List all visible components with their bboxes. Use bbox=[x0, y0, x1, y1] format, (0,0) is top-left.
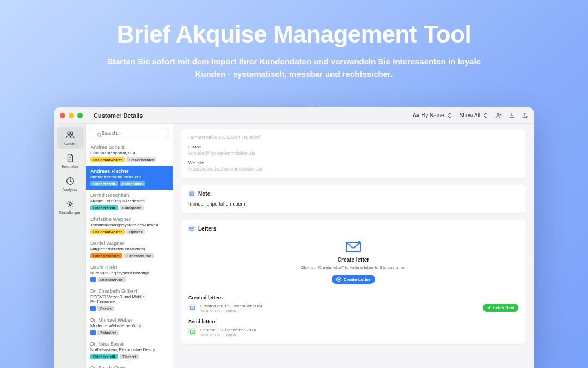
customer-name: Bernd Hoschken bbox=[90, 192, 169, 198]
letter-mail-sent-icon bbox=[188, 328, 196, 335]
customer-sub: Mobile Leistung & Redesign bbox=[90, 198, 169, 203]
created-letter-row[interactable]: Created on: 13. December 2024 <!DOCTYPE … bbox=[188, 304, 518, 313]
chevron-updown-icon bbox=[446, 112, 453, 119]
zoom-dot[interactable] bbox=[77, 113, 83, 118]
customer-item[interactable]: Dr. Elisabeth GilbertDSGVO Verstoß und M… bbox=[86, 286, 173, 315]
tag: Fitnessstudio bbox=[124, 253, 155, 258]
sidebar-item-analytics[interactable]: Analytics bbox=[57, 173, 84, 195]
customer-name: Andreas Fischer bbox=[90, 168, 169, 174]
sort-aa-icon: Aa bbox=[413, 112, 420, 118]
customer-list[interactable]: Andrea SchulzDokumentenportal, SSLHat ge… bbox=[86, 142, 173, 368]
import-icon[interactable] bbox=[509, 112, 515, 119]
letters-title: Letters bbox=[198, 226, 216, 232]
filter-button[interactable]: Show All bbox=[460, 112, 489, 119]
sidebar: KundenTemplatesAnalyticsEinstellungen bbox=[54, 124, 86, 368]
letter-mail-icon bbox=[188, 304, 196, 311]
tag: Zahnarzt bbox=[97, 330, 119, 335]
sidebar-item-templates[interactable]: Templates bbox=[57, 150, 84, 172]
tag: Tierarzt bbox=[120, 354, 139, 359]
customer-name: Dr. Nina Bauer bbox=[90, 341, 169, 347]
svg-point-4 bbox=[69, 203, 71, 206]
sidebar-item-label: Analytics bbox=[62, 188, 77, 191]
customer-name: Daniel Wagner bbox=[90, 240, 169, 246]
customer-sub: Notfallsystem, Responsive Design bbox=[90, 347, 169, 352]
website-value[interactable]: https://www.fischer-immobilien.de/ bbox=[188, 166, 518, 172]
letters-empty-text: Click on "Create letter" to write a lett… bbox=[188, 265, 518, 270]
svg-point-2 bbox=[70, 132, 73, 135]
customer-sub: Terminbuchungssystem gewünscht bbox=[90, 222, 169, 227]
email-value: kontakt@fischer-immobilien.de bbox=[188, 150, 518, 156]
customer-item[interactable]: Dr. Sarah KleinE-Rezept Integration, New… bbox=[86, 363, 173, 368]
chevron-updown-icon bbox=[482, 112, 489, 119]
tag: Steuerberater bbox=[126, 157, 157, 162]
tag: Fotografie bbox=[120, 205, 144, 210]
mail-large-icon bbox=[345, 240, 362, 254]
sidebar-item-label: Templates bbox=[62, 165, 79, 168]
customer-sub: Dokumentenportal, SSL bbox=[90, 150, 169, 155]
note-card: Note Immobilienportal erneuern bbox=[181, 185, 526, 213]
svg-point-0 bbox=[497, 113, 499, 115]
svg-point-1 bbox=[68, 132, 70, 135]
customer-sub: Mitgliederbereich entwickeln bbox=[90, 246, 169, 251]
send-icon bbox=[487, 306, 491, 310]
customer-item[interactable]: Christine WagnerTerminbuchungssystem gew… bbox=[86, 214, 173, 238]
address-value: Römerstraße 23, 53844 Troisdorf bbox=[188, 135, 518, 140]
customer-name: Dr. Sarah Klein bbox=[90, 365, 169, 368]
customer-item[interactable]: Bernd HoschkenMobile Leistung & Redesign… bbox=[86, 190, 173, 214]
tag bbox=[90, 330, 96, 335]
sidebar-item-label: Kunden bbox=[63, 142, 76, 146]
window-title: Customer Details bbox=[94, 112, 143, 119]
titlebar: Customer Details Aa By Name Show All bbox=[54, 107, 534, 124]
add-user-icon[interactable] bbox=[495, 112, 502, 119]
tag: Praxis bbox=[97, 306, 114, 311]
sort-button[interactable]: Aa By Name bbox=[413, 112, 453, 119]
customer-item[interactable]: Dr. Michael WeberModerne Website benötig… bbox=[86, 315, 173, 339]
send-letter-line1: Send at: 13. December 2024 bbox=[200, 328, 256, 333]
customer-name: Dr. Elisabeth Gilbert bbox=[90, 288, 169, 294]
letters-icon bbox=[188, 225, 195, 232]
tag: Brief erstellt bbox=[90, 354, 118, 359]
contact-card: Römerstraße 23, 53844 Troisdorf E-Mail k… bbox=[181, 129, 526, 178]
note-text: Immobilienportal erneuern bbox=[188, 201, 518, 207]
send-letter-line2: <!DOCTYPE html>... bbox=[200, 333, 256, 337]
customer-sub: Kursbuchungssystem benötigt bbox=[90, 270, 169, 275]
created-letter-line2: <!DOCTYPE html>... bbox=[200, 309, 262, 313]
customer-sub: DSGVO Verstoß und Mobile Performance bbox=[90, 294, 169, 304]
svg-point-9 bbox=[358, 241, 361, 244]
tag bbox=[90, 277, 96, 282]
customer-item[interactable]: Daniel WagnerMitgliederbereich entwickel… bbox=[86, 238, 173, 262]
customer-name: Dr. Michael Weber bbox=[90, 317, 169, 323]
email-label: E-Mail bbox=[188, 144, 518, 149]
customer-item[interactable]: Andreas FischerImmobilienportal erneuern… bbox=[86, 166, 173, 190]
customer-item[interactable]: Andrea SchulzDokumentenportal, SSLHat ge… bbox=[86, 142, 173, 166]
sidebar-item-label: Einstellungen bbox=[58, 210, 81, 214]
tag bbox=[90, 306, 96, 311]
created-letter-line1: Created on: 13. December 2024 bbox=[200, 304, 262, 309]
search-input[interactable] bbox=[90, 128, 169, 138]
customer-name: David Klein bbox=[90, 264, 169, 270]
share-icon[interactable] bbox=[522, 112, 528, 119]
filter-label: Show All bbox=[460, 112, 480, 118]
app-window: Customer Details Aa By Name Show All Kun… bbox=[54, 107, 534, 368]
send-letters-head: Send letters bbox=[188, 319, 518, 324]
tag: Brief erstellt bbox=[90, 205, 118, 210]
note-icon bbox=[188, 190, 195, 197]
tag: Immobilien bbox=[120, 181, 145, 186]
customer-sub: Immobilienportal erneuern bbox=[90, 174, 169, 179]
sidebar-item-kunden[interactable]: Kunden bbox=[57, 127, 84, 149]
close-dot[interactable] bbox=[60, 113, 65, 118]
hero-title: Brief Akquise Management Tool bbox=[0, 21, 588, 48]
customer-name: Christine Wagner bbox=[90, 216, 169, 222]
send-letter-row[interactable]: Send at: 13. December 2024 <!DOCTYPE htm… bbox=[188, 328, 518, 337]
created-letters-head: Created letters bbox=[188, 295, 518, 300]
hero-subtitle: Starten Sie sofort mit dem Import Ihrer … bbox=[98, 56, 490, 80]
tag: Hat geantwortet bbox=[90, 229, 125, 234]
tag: Brief erstellt bbox=[90, 181, 118, 186]
customer-list-column: Andrea SchulzDokumentenportal, SSLHat ge… bbox=[86, 124, 173, 368]
website-label: Website bbox=[188, 160, 518, 165]
customer-item[interactable]: David KleinKursbuchungssystem benötigt M… bbox=[86, 262, 173, 286]
minimize-dot[interactable] bbox=[69, 113, 74, 118]
sidebar-item-einstellungen[interactable]: Einstellungen bbox=[57, 196, 84, 218]
create-letter-button[interactable]: Create Letter bbox=[332, 275, 375, 284]
customer-item[interactable]: Dr. Nina BauerNotfallsystem, Responsive … bbox=[86, 339, 173, 363]
